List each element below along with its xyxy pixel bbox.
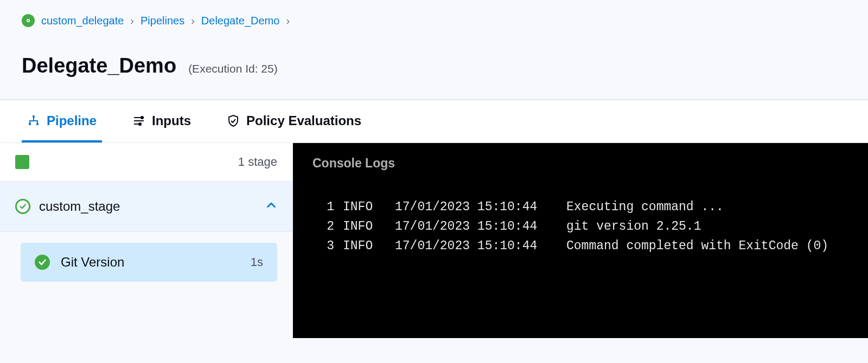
log-line: 2INFO17/01/2023 15:10:44git version 2.25… [312,219,848,234]
step-item-git-version[interactable]: Git Version 1s [21,243,277,282]
log-level: INFO [343,219,386,234]
stage-name: custom_stage [39,199,120,214]
success-check-icon [35,255,50,270]
stage-item-custom-stage[interactable]: custom_stage [0,182,292,232]
header: custom_delegate › Pipelines › Delegate_D… [0,0,868,100]
step-name: Git Version [61,255,124,270]
policy-icon [227,114,240,127]
console-panel: Console Logs 1INFO17/01/2023 15:10:44Exe… [293,143,868,338]
svg-point-3 [141,116,143,119]
log-line-number: 1 [312,200,334,214]
tab-label: Policy Evaluations [246,113,361,128]
breadcrumb-separator: › [130,15,134,27]
svg-point-4 [139,123,141,125]
breadcrumb-separator: › [286,15,290,27]
title-row: Delegate_Demo (Execution Id: 25) [22,54,846,77]
log-line: 3INFO17/01/2023 15:10:44Command complete… [312,239,848,253]
log-message: Command completed with ExitCode (0) [566,239,848,253]
main-content: 1 stage custom_stage Git Version [0,143,868,338]
breadcrumb-project[interactable]: custom_delegate [41,15,124,27]
stage-summary: 1 stage [0,143,292,182]
svg-rect-0 [33,115,35,118]
tab-label: Inputs [152,113,191,128]
breadcrumb: custom_delegate › Pipelines › Delegate_D… [22,14,846,27]
inputs-icon [132,114,145,127]
tab-pipeline[interactable]: Pipeline [22,100,102,142]
tab-policy-evaluations[interactable]: Policy Evaluations [221,100,367,142]
log-line: 1INFO17/01/2023 15:10:44Executing comman… [312,200,848,214]
tab-inputs[interactable]: Inputs [127,100,196,142]
log-timestamp: 17/01/2023 15:10:44 [395,200,558,214]
log-message: git version 2.25.1 [566,219,848,234]
log-level: INFO [343,200,386,214]
stage-count: 1 stage [238,155,277,169]
breadcrumb-separator: › [191,15,195,27]
breadcrumb-pipelines[interactable]: Pipelines [141,15,184,27]
log-line-number: 3 [312,239,334,253]
log-line-number: 2 [312,219,334,234]
stage-sidebar: 1 stage custom_stage Git Version [0,143,293,338]
step-duration: 1s [251,255,263,269]
console-logs: 1INFO17/01/2023 15:10:44Executing comman… [312,200,848,253]
log-timestamp: 17/01/2023 15:10:44 [395,239,558,253]
log-message: Executing command ... [566,200,848,214]
console-title: Console Logs [312,156,848,171]
chevron-up-icon [265,199,277,213]
project-icon [22,14,35,27]
log-level: INFO [343,239,386,253]
tab-label: Pipeline [47,113,97,128]
pipeline-icon [27,114,40,127]
execution-id-label: (Execution Id: 25) [188,62,278,75]
status-square-icon [15,155,29,169]
log-timestamp: 17/01/2023 15:10:44 [395,219,558,234]
breadcrumb-pipeline-name[interactable]: Delegate_Demo [201,15,280,27]
svg-rect-1 [29,123,31,125]
tabs: Pipeline Inputs Policy Evaluations [0,100,868,143]
page-title: Delegate_Demo [22,54,176,77]
success-check-icon [15,199,30,214]
svg-rect-2 [36,123,39,125]
